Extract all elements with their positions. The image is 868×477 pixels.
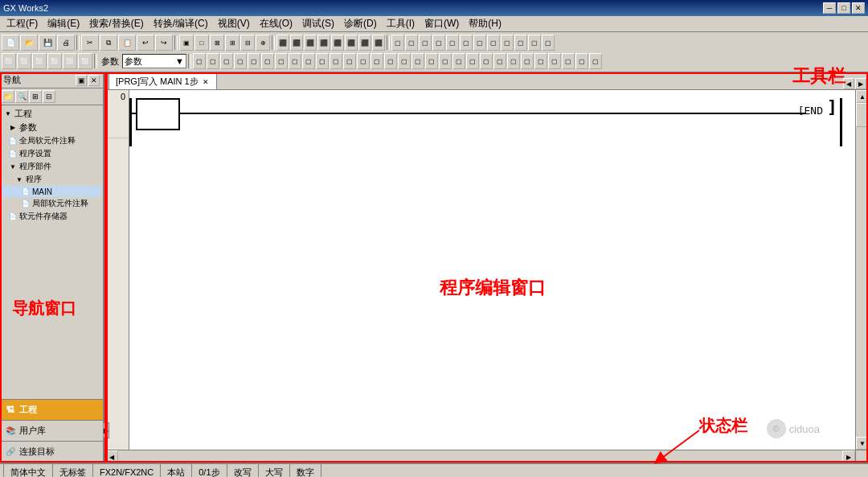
tb-extra-8[interactable]: ⬛ bbox=[372, 35, 385, 51]
tb2-m16[interactable]: ▢ bbox=[398, 53, 411, 69]
tb-redo-btn[interactable]: ↪ bbox=[155, 35, 173, 51]
tb2-m7[interactable]: ▢ bbox=[275, 53, 288, 69]
tb2-m23[interactable]: ▢ bbox=[493, 53, 506, 69]
tb-right-5[interactable]: ▢ bbox=[446, 35, 459, 51]
tb-open-btn[interactable]: 📂 bbox=[20, 35, 38, 51]
tb-right-10[interactable]: ▢ bbox=[514, 35, 527, 51]
tb2-m27[interactable]: ▢ bbox=[548, 53, 561, 69]
tb2-m13[interactable]: ▢ bbox=[357, 53, 370, 69]
menu-diag[interactable]: 诊断(D) bbox=[339, 15, 382, 32]
editor-hscrollbar[interactable]: ◀ ▶ bbox=[105, 450, 855, 463]
tree-item-device-mem[interactable]: 📄 软元件存储器 bbox=[2, 210, 101, 223]
tb2-m12[interactable]: ▢ bbox=[343, 53, 356, 69]
menu-edit[interactable]: 编辑(E) bbox=[43, 15, 84, 32]
tree-tb-4[interactable]: ⊟ bbox=[43, 90, 55, 103]
tree-item-project[interactable]: ▼ 工程 bbox=[2, 107, 101, 121]
tree-item-program[interactable]: ▼ 程序 bbox=[2, 173, 101, 186]
tb-right-6[interactable]: ▢ bbox=[460, 35, 473, 51]
tree-tb-1[interactable]: 📁 bbox=[2, 90, 14, 103]
menu-debug[interactable]: 调试(S) bbox=[297, 15, 339, 32]
tree-tb-2[interactable]: 🔍 bbox=[15, 90, 28, 103]
tb2-m4[interactable]: ▢ bbox=[234, 53, 247, 69]
tb-save-btn[interactable]: 💾 bbox=[39, 35, 56, 51]
tb2-m8[interactable]: ▢ bbox=[289, 53, 301, 69]
tb2-3[interactable]: ⬜ bbox=[32, 53, 47, 69]
tb-right-12[interactable]: ▢ bbox=[542, 35, 555, 51]
tree-item-prog-settings[interactable]: 📄 程序设置 bbox=[2, 147, 101, 160]
rung-contact-box[interactable] bbox=[136, 98, 180, 130]
tb-copy-btn[interactable]: ⧉ bbox=[100, 35, 117, 51]
tb2-m28[interactable]: ▢ bbox=[562, 53, 575, 69]
tb2-m11[interactable]: ▢ bbox=[330, 53, 342, 69]
tree-item-local-comment[interactable]: 📄 局部软元件注释 bbox=[2, 197, 101, 210]
hscroll-track[interactable] bbox=[118, 450, 842, 463]
tb-right-11[interactable]: ▢ bbox=[528, 35, 541, 51]
tb2-m21[interactable]: ▢ bbox=[466, 53, 479, 69]
tb2-m9[interactable]: ▢ bbox=[302, 53, 315, 69]
tree-tb-3[interactable]: ⊞ bbox=[29, 90, 42, 103]
tb2-m15[interactable]: ▢ bbox=[384, 53, 397, 69]
menu-online[interactable]: 在线(O) bbox=[255, 15, 297, 32]
tb2-m10[interactable]: ▢ bbox=[316, 53, 329, 69]
tb2-m5[interactable]: ▢ bbox=[248, 53, 260, 69]
vscroll-up[interactable]: ▲ bbox=[856, 90, 868, 103]
tb-right-8[interactable]: ▢ bbox=[487, 35, 500, 51]
tb-btn-f[interactable]: ⊕ bbox=[256, 35, 270, 51]
tb-right-7[interactable]: ▢ bbox=[473, 35, 486, 51]
tree-item-prog-parts[interactable]: ▼ 程序部件 bbox=[2, 160, 101, 173]
vscroll-thumb[interactable] bbox=[856, 103, 868, 127]
tb-right-1[interactable]: ▢ bbox=[391, 35, 404, 51]
tb-extra-5[interactable]: ⬛ bbox=[331, 35, 344, 51]
tb2-m17[interactable]: ▢ bbox=[411, 53, 424, 69]
tb-right-3[interactable]: ▢ bbox=[419, 35, 432, 51]
tb-extra-6[interactable]: ⬛ bbox=[345, 35, 358, 51]
tb2-m22[interactable]: ▢ bbox=[480, 53, 493, 69]
tb-right-2[interactable]: ▢ bbox=[405, 35, 418, 51]
tb2-dropdown[interactable]: 参数 ▼ bbox=[122, 54, 186, 68]
tb-right-4[interactable]: ▢ bbox=[432, 35, 445, 51]
tb-extra-2[interactable]: ⬛ bbox=[290, 35, 303, 51]
tb2-m20[interactable]: ▢ bbox=[452, 53, 465, 69]
minimize-button[interactable]: ─ bbox=[823, 2, 836, 14]
vscroll-down[interactable]: ▼ bbox=[856, 437, 868, 450]
nav-tab-connection[interactable]: 🔗 连接目标 bbox=[0, 442, 103, 463]
tb-print-btn[interactable]: 🖨 bbox=[57, 35, 75, 51]
menu-search[interactable]: 搜索/替换(E) bbox=[84, 15, 148, 32]
tb-btn-e[interactable]: ⊟ bbox=[240, 35, 255, 51]
tb-cut-btn[interactable]: ✂ bbox=[81, 35, 99, 51]
menu-window[interactable]: 窗口(W) bbox=[420, 15, 464, 32]
close-button[interactable]: ✕ bbox=[852, 2, 865, 14]
tb-new-btn[interactable]: 📄 bbox=[2, 35, 19, 51]
tb-btn-b[interactable]: □ bbox=[194, 35, 209, 51]
tb-extra-3[interactable]: ⬛ bbox=[304, 35, 317, 51]
tb2-m29[interactable]: ▢ bbox=[575, 53, 588, 69]
tb2-m1[interactable]: ▢ bbox=[193, 53, 206, 69]
tree-item-global-comment[interactable]: 📄 全局软元件注释 bbox=[2, 134, 101, 147]
nav-tab-userlib[interactable]: 📚 用户库 bbox=[0, 421, 103, 442]
tb-btn-d[interactable]: ⊞ bbox=[225, 35, 240, 51]
menu-help[interactable]: 帮助(H) bbox=[464, 15, 506, 32]
nav-tab-project[interactable]: 🏗 工程 bbox=[0, 400, 103, 421]
tb2-m6[interactable]: ▢ bbox=[261, 53, 274, 69]
hscroll-right[interactable]: ▶ bbox=[842, 450, 855, 463]
tb2-m24[interactable]: ▢ bbox=[507, 53, 520, 69]
tree-item-params[interactable]: ▶ 参数 bbox=[2, 121, 101, 134]
editor-tab-main[interactable]: [PRG]写入 MAIN 1步 ✕ bbox=[108, 73, 217, 89]
hscroll-left[interactable]: ◀ bbox=[105, 450, 118, 463]
tab-scroll-right[interactable]: ▶ bbox=[855, 78, 866, 89]
tb2-m14[interactable]: ▢ bbox=[371, 53, 383, 69]
tb2-m25[interactable]: ▢ bbox=[521, 53, 534, 69]
tb2-6[interactable]: ⬜ bbox=[78, 53, 92, 69]
tab-scroll-left[interactable]: ◀ bbox=[843, 78, 854, 89]
tb-right-9[interactable]: ▢ bbox=[501, 35, 514, 51]
tb-paste-btn[interactable]: 📋 bbox=[118, 35, 136, 51]
tb-extra-1[interactable]: ⬛ bbox=[276, 35, 289, 51]
nav-pin-button[interactable]: ▣ bbox=[76, 75, 87, 86]
tb-btn-c[interactable]: ⊠ bbox=[210, 35, 224, 51]
tb2-2[interactable]: ⬜ bbox=[17, 53, 31, 69]
vscroll-track[interactable] bbox=[856, 103, 868, 437]
tb2-m3[interactable]: ▢ bbox=[220, 53, 233, 69]
menu-tools[interactable]: 工具(I) bbox=[382, 15, 420, 32]
tb2-4[interactable]: ⬜ bbox=[47, 53, 62, 69]
tb2-1[interactable]: ⬜ bbox=[2, 53, 16, 69]
